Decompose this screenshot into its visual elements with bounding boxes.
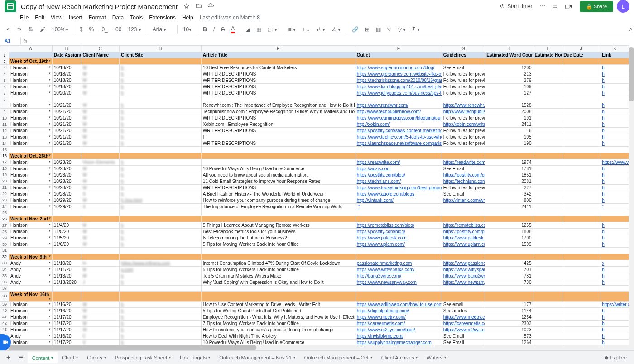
header-cell[interactable]: Client Name [81, 52, 120, 58]
rotate-icon[interactable]: ∠ ▾ [330, 25, 342, 34]
cell[interactable] [533, 184, 562, 191]
cell[interactable]: W [81, 184, 120, 191]
cell[interactable]: In [81, 260, 120, 266]
cell[interactable]: h [600, 140, 629, 147]
cell[interactable]: Follow rules for previou [442, 77, 485, 84]
cell[interactable]: W [81, 109, 120, 115]
cell[interactable] [533, 140, 562, 147]
cell[interactable]: https://writer.co [600, 301, 629, 307]
cell[interactable]: Best Facebook metrics tools for your bus… [201, 229, 355, 235]
cell[interactable]: 7 Tips for Moving Workers Back Into Your… [201, 320, 355, 326]
cell[interactable]: h [120, 140, 202, 147]
cell[interactable]: See Email [442, 333, 485, 339]
cell[interactable]: h ring.html [120, 197, 202, 203]
cell[interactable]: http://xobin.com/ [355, 121, 442, 128]
cell[interactable]: WRITER DESCRIPTIONS [201, 84, 355, 90]
cell[interactable]: 1254 [485, 314, 533, 320]
cell[interactable]: 10/28/20 [52, 191, 81, 197]
cell[interactable]: h [120, 191, 202, 197]
cell[interactable]: https://careermetis.com/ [355, 320, 442, 326]
menu-format[interactable]: Format [89, 14, 106, 21]
col-header[interactable]: I [533, 46, 562, 52]
cell[interactable] [562, 314, 600, 320]
cell[interactable]: W [81, 65, 120, 71]
cell[interactable]: 2411 [485, 121, 533, 128]
cell[interactable]: 109 [485, 84, 533, 90]
merge-icon[interactable]: ⬚ ▾ [266, 25, 279, 34]
cell[interactable] [533, 109, 562, 115]
cell[interactable]: Harrison [9, 191, 53, 197]
cell[interactable]: 1700 [485, 235, 533, 241]
cell[interactable]: https://www.infinera.com [120, 260, 202, 266]
currency-icon[interactable]: $ [78, 25, 85, 34]
comment-icon[interactable]: ⊞ [363, 25, 371, 34]
sheet-tab[interactable]: Link Targets ▾ [175, 352, 215, 354]
cell[interactable]: Follow rules for previou [442, 184, 485, 191]
star-icon[interactable] [183, 2, 190, 10]
cell[interactable]: h [120, 184, 202, 191]
cell[interactable]: https://www.adlibweb.com/how-to-use-cont… [355, 301, 442, 307]
cell[interactable]: Andy [9, 333, 53, 339]
cell[interactable]: 10/21/20 [52, 109, 81, 115]
cell[interactable]: h [120, 333, 202, 339]
cell[interactable]: W [81, 140, 120, 147]
cell[interactable]: https://www.renewhr.com/ [355, 102, 442, 109]
cell[interactable] [562, 191, 600, 197]
cell[interactable]: 10/28/20 [52, 178, 81, 184]
cell[interactable]: https://www.bang2write. [442, 273, 485, 279]
cell[interactable]: h [600, 273, 629, 279]
cell[interactable]: s.com [120, 266, 202, 273]
cell[interactable] [562, 109, 600, 115]
cell[interactable]: 2303 [485, 320, 533, 326]
cell[interactable]: W [81, 121, 120, 128]
cell[interactable]: WRITER DESCRIPTIONS [201, 71, 355, 77]
cloud-icon[interactable] [207, 2, 215, 10]
cell[interactable]: h [120, 178, 202, 184]
cell[interactable]: 2081 [485, 178, 533, 184]
cell[interactable] [562, 65, 600, 71]
cell[interactable]: A Brief Fashion History - The Wonderful … [201, 191, 355, 197]
week-cell[interactable]: Week of Nov. 16th [9, 291, 53, 301]
cell[interactable]: h [600, 197, 629, 203]
cell[interactable]: 10/21/20 [52, 121, 81, 128]
cell[interactable]: http://www.techpublishnow.com/ [355, 109, 442, 115]
cell[interactable]: https://technians.com/ [442, 178, 485, 184]
cell[interactable]: https://www.renewhr.co [442, 102, 485, 109]
cell[interactable] [562, 128, 600, 134]
cell[interactable]: h [600, 128, 629, 134]
cell[interactable] [533, 235, 562, 241]
cell[interactable]: 1781 [485, 165, 533, 172]
cell[interactable] [562, 266, 600, 273]
functions-icon[interactable]: Σ ▾ [410, 25, 422, 34]
cell[interactable]: W [81, 301, 120, 307]
cell[interactable]: https://www.jellypages.com/business/tips… [355, 90, 442, 96]
cell[interactable]: 10/21/20 [52, 115, 81, 121]
cell[interactable]: h [120, 320, 202, 326]
cell[interactable] [533, 241, 562, 248]
cell[interactable]: WRITER DESCRIPTIONS [201, 77, 355, 84]
cell[interactable]: 10/18/20 [52, 77, 81, 84]
cell[interactable]: https://readwrite.com/ [355, 159, 442, 165]
cell[interactable] [533, 314, 562, 320]
cell[interactable]: 10/21/20 [52, 102, 81, 109]
cell[interactable]: 10/18/20 [52, 84, 81, 90]
cell[interactable]: h [120, 279, 202, 285]
cell[interactable]: W [81, 320, 120, 326]
cell[interactable] [562, 140, 600, 147]
cell[interactable] [562, 77, 600, 84]
cell[interactable] [533, 159, 562, 165]
cell[interactable] [562, 222, 600, 229]
cell[interactable]: 11 Cold Email Strategies to Improve Your… [201, 178, 355, 184]
cell[interactable]: http://www.techpublishn [442, 109, 485, 115]
cell[interactable]: https://readwrite.com/co [442, 159, 485, 165]
cell[interactable]: h [120, 159, 202, 165]
wrap-icon[interactable]: ↲ ▾ [314, 25, 327, 34]
header-cell[interactable]: Outlet [355, 52, 442, 58]
account-avatar[interactable]: L [617, 0, 629, 13]
cell[interactable]: 11/16/20 [52, 307, 81, 314]
cell[interactable]: https://technians.com/ [355, 178, 442, 184]
cell[interactable]: 279 [485, 77, 533, 84]
cell[interactable] [562, 203, 600, 210]
cell[interactable]: http://vintank.com/write [442, 197, 485, 203]
cell[interactable]: Harrison [9, 102, 53, 109]
